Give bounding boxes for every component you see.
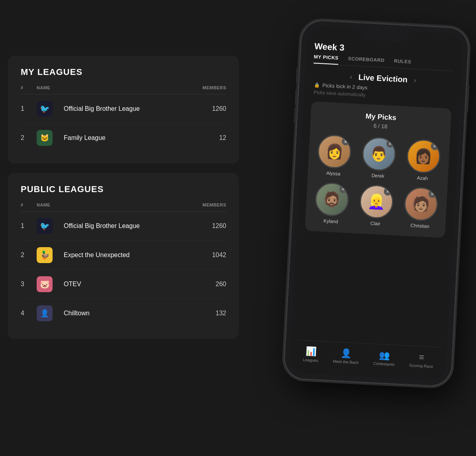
scoring-icon: ≡ bbox=[419, 352, 424, 363]
remove-alyssa[interactable]: ✕ bbox=[342, 137, 350, 145]
col-spacer bbox=[61, 202, 186, 207]
my-leagues-header: # NAME MEMBERS bbox=[21, 85, 226, 94]
prev-event-arrow[interactable]: ‹ bbox=[350, 73, 352, 81]
leagues-label: Leagues bbox=[303, 357, 318, 362]
pick-item-azah[interactable]: 👩🏾 ✕ Azah bbox=[403, 139, 443, 182]
cat-icon: 🐱 bbox=[37, 130, 53, 146]
league-name: Official Big Brother League bbox=[61, 222, 186, 230]
pick-item-derek[interactable]: 👨 ✕ Derek bbox=[358, 136, 399, 180]
pick-name-azah: Azah bbox=[417, 175, 428, 181]
my-league-row-2[interactable]: 2 🐱 Family League 12 bbox=[21, 124, 226, 152]
my-leagues-title: MY LEAGUES bbox=[21, 67, 226, 77]
league-name: Chilltown bbox=[61, 310, 186, 317]
public-league-row-4[interactable]: 4 👤 Chilltown 132 bbox=[21, 299, 226, 328]
members-count: 12 bbox=[186, 134, 226, 142]
rank: 1 bbox=[21, 222, 37, 230]
my-league-row-1[interactable]: 1 🐦 Official Big Brother League 1260 bbox=[21, 94, 226, 124]
duck-icon: 🦆 bbox=[37, 247, 53, 263]
league-name: Family League bbox=[61, 134, 186, 142]
pick-name-derek: Derek bbox=[371, 173, 384, 179]
tab-my-picks[interactable]: MY PICKS bbox=[313, 54, 339, 65]
league-icon-bb: 🐦 bbox=[37, 218, 53, 234]
remove-azah[interactable]: ✕ bbox=[431, 142, 439, 150]
picks-grid: 👩 ✕ Alyssa 👨 ✕ Derek bbox=[311, 134, 443, 230]
pick-avatar-kyland: 🧔🏽 ✕ bbox=[314, 182, 349, 217]
col-num: # bbox=[21, 202, 37, 207]
meet-label: Meet the Bach bbox=[333, 359, 359, 364]
pick-avatar-clair: 👱‍♀️ ✕ bbox=[359, 184, 394, 219]
league-name: OTEV bbox=[61, 281, 186, 288]
col-name: NAME bbox=[37, 85, 61, 90]
col-members: MEMBERS bbox=[186, 85, 226, 90]
phone-content: Week 3 MY PICKS SCOREBOARD RULES ‹ Live … bbox=[290, 37, 463, 360]
remove-christian[interactable]: ✕ bbox=[428, 190, 437, 198]
public-league-row-3[interactable]: 3 🐷 OTEV 260 bbox=[21, 270, 226, 299]
league-icon-duck: 🦆 bbox=[37, 247, 53, 263]
pick-name-kyland: Kyland bbox=[323, 218, 338, 224]
pig-icon: 🐷 bbox=[37, 276, 53, 292]
meet-icon: 👤 bbox=[341, 348, 352, 358]
rank: 3 bbox=[21, 281, 37, 288]
members-count: 260 bbox=[186, 281, 226, 288]
nav-scoring[interactable]: ≡ Scoring Race bbox=[409, 351, 434, 368]
picks-lock-text: Picks lock in 2 days bbox=[322, 83, 368, 91]
members-count: 1260 bbox=[186, 222, 226, 230]
rank: 2 bbox=[21, 134, 37, 142]
rank: 2 bbox=[21, 252, 37, 259]
bb-icon: 🐦 bbox=[37, 218, 53, 234]
person-icon: 👤 bbox=[37, 305, 53, 321]
my-leagues-panel: MY LEAGUES # NAME MEMBERS 1 🐦 Official B… bbox=[8, 56, 239, 163]
league-name: Official Big Brother League bbox=[61, 105, 186, 112]
public-league-row-2[interactable]: 2 🦆 Expect the Unexpected 1042 bbox=[21, 241, 226, 270]
col-num: # bbox=[21, 85, 37, 90]
lock-icon: 🔒 bbox=[314, 82, 320, 88]
members-count: 1042 bbox=[186, 252, 226, 259]
scoring-label: Scoring Race bbox=[409, 363, 433, 368]
col-spacer bbox=[61, 85, 186, 90]
pick-name-christian: Christian bbox=[410, 223, 429, 229]
left-panels: MY LEAGUES # NAME MEMBERS 1 🐦 Official B… bbox=[8, 56, 239, 348]
leagues-icon: 📊 bbox=[306, 346, 317, 357]
pick-avatar-alyssa: 👩 ✕ bbox=[317, 134, 352, 169]
remove-kyland[interactable]: ✕ bbox=[339, 185, 347, 193]
league-icon-pig: 🐷 bbox=[37, 276, 53, 292]
tab-scoreboard[interactable]: SCOREBOARD bbox=[348, 56, 385, 67]
members-count: 132 bbox=[186, 310, 226, 317]
pick-item-clair[interactable]: 👱‍♀️ ✕ Clair bbox=[356, 184, 396, 228]
tab-rules[interactable]: RULES bbox=[394, 58, 411, 69]
phone-device: Week 3 MY PICKS SCOREBOARD RULES ‹ Live … bbox=[284, 20, 470, 387]
bb-icon: 🐦 bbox=[37, 101, 53, 117]
rank: 4 bbox=[21, 310, 37, 317]
contestants-icon: 👥 bbox=[379, 350, 390, 360]
next-event-arrow[interactable]: › bbox=[414, 77, 416, 84]
league-icon-bb: 🐦 bbox=[37, 101, 53, 117]
pick-avatar-derek: 👨 ✕ bbox=[361, 136, 396, 171]
public-leagues-title: PUBLIC LEAGUES bbox=[21, 184, 226, 195]
pick-item-kyland[interactable]: 🧔🏽 ✕ Kyland bbox=[311, 182, 352, 225]
members-count: 1260 bbox=[186, 105, 226, 112]
pick-item-christian[interactable]: 🧑🏽 ✕ Christian bbox=[401, 186, 441, 230]
remove-derek[interactable]: ✕ bbox=[386, 140, 394, 148]
col-members: MEMBERS bbox=[186, 202, 226, 207]
league-icon-person: 👤 bbox=[37, 305, 53, 321]
public-leagues-panel: PUBLIC LEAGUES # NAME MEMBERS 1 🐦 Offici… bbox=[8, 173, 239, 339]
event-name: Live Eviction bbox=[358, 73, 407, 84]
rank: 1 bbox=[21, 105, 37, 112]
col-name: NAME bbox=[37, 202, 61, 207]
pick-avatar-christian: 🧑🏽 ✕ bbox=[404, 187, 439, 222]
league-icon-cat: 🐱 bbox=[37, 130, 53, 146]
nav-leagues[interactable]: 📊 Leagues bbox=[303, 346, 319, 362]
public-leagues-header: # NAME MEMBERS bbox=[21, 202, 226, 212]
my-picks-card: My Picks 6 / 18 👩 ✕ Alyssa bbox=[305, 101, 452, 238]
remove-clair[interactable]: ✕ bbox=[384, 187, 392, 196]
pick-name-alyssa: Alyssa bbox=[326, 170, 341, 177]
contestants-label: Contestants bbox=[373, 361, 395, 367]
nav-meet[interactable]: 👤 Meet the Bach bbox=[333, 347, 359, 364]
pick-name-clair: Clair bbox=[370, 220, 380, 226]
pick-item-alyssa[interactable]: 👩 ✕ Alyssa bbox=[314, 134, 354, 177]
pick-avatar-azah: 👩🏾 ✕ bbox=[406, 139, 441, 174]
public-league-row-1[interactable]: 1 🐦 Official Big Brother League 1260 bbox=[21, 212, 226, 241]
nav-contestants[interactable]: 👥 Contestants bbox=[373, 350, 395, 367]
phone-wrapper: Week 3 MY PICKS SCOREBOARD RULES ‹ Live … bbox=[277, 8, 468, 430]
league-name: Expect the Unexpected bbox=[61, 252, 186, 259]
